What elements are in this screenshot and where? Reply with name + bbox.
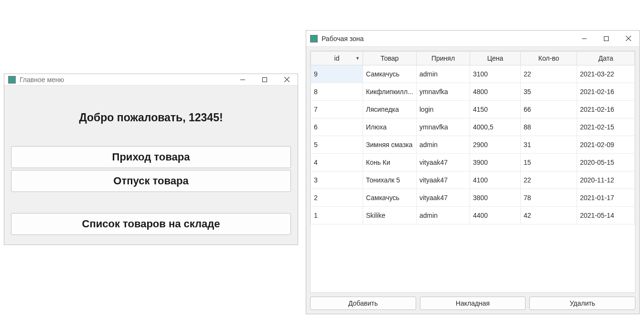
cell-item[interactable]: Тонихалк 5 <box>363 171 417 189</box>
cell-qty[interactable]: 15 <box>521 154 577 171</box>
main-menu-window-controls <box>232 74 298 85</box>
cell-date[interactable]: 2021-02-15 <box>577 118 635 136</box>
cell-accepted_by[interactable]: ymnavfka <box>417 83 470 101</box>
cell-item[interactable]: Самкачусь <box>363 65 417 83</box>
cell-qty[interactable]: 31 <box>521 136 577 154</box>
cell-qty[interactable]: 66 <box>521 101 577 118</box>
work-zone-title: Рабочая зона <box>322 35 573 43</box>
cell-item[interactable]: Зимняя смазка <box>363 136 417 154</box>
col-header-date[interactable]: Дата <box>577 52 635 65</box>
table-row[interactable]: 8Кикфлипкилл...ymnavfka4800352021-02-16 <box>311 83 635 101</box>
cell-qty[interactable]: 35 <box>521 83 577 101</box>
cell-price[interactable]: 3800 <box>470 189 521 207</box>
cell-date[interactable]: 2021-02-09 <box>577 136 635 154</box>
svg-rect-5 <box>604 36 609 41</box>
cell-accepted_by[interactable]: ymnavfka <box>417 118 470 136</box>
cell-date[interactable]: 2021-03-22 <box>577 65 635 83</box>
work-zone-body: id ▼ Товар Принял Цена Кол-во Дата 9Самк… <box>306 47 639 314</box>
cell-id[interactable]: 7 <box>311 101 363 118</box>
cell-price[interactable]: 3100 <box>470 65 521 83</box>
cell-item[interactable]: Лясипедка <box>363 101 417 118</box>
table-row[interactable]: 3Тонихалк 5vityaak474100222020-11-12 <box>311 171 635 189</box>
cell-price[interactable]: 2900 <box>470 136 521 154</box>
main-menu-body: Добро пожаловать, 12345! Приход товара О… <box>4 85 298 245</box>
table-row[interactable]: 6Илюхаymnavfka4000,5882021-02-15 <box>311 118 635 136</box>
cell-qty[interactable]: 88 <box>521 118 577 136</box>
cell-item[interactable]: Конь Ки <box>363 154 417 171</box>
cell-price[interactable]: 4400 <box>470 207 521 224</box>
cell-accepted_by[interactable]: vityaak47 <box>417 189 470 207</box>
cell-id[interactable]: 3 <box>311 171 363 189</box>
svg-rect-1 <box>263 77 267 82</box>
close-button[interactable] <box>276 74 298 85</box>
cell-id[interactable]: 2 <box>311 189 363 207</box>
sort-desc-icon: ▼ <box>355 56 360 61</box>
cell-date[interactable]: 2020-11-12 <box>577 171 635 189</box>
col-header-id-label: id <box>334 54 340 62</box>
stock-list-button[interactable]: Список товаров на складе <box>11 213 291 235</box>
cell-accepted_by[interactable]: vityaak47 <box>417 171 470 189</box>
main-menu-window: Главное меню Добро пожаловать, 12345! Пр… <box>4 74 298 245</box>
table-row[interactable]: 7Лясипедкаlogin4150662021-02-16 <box>311 101 635 118</box>
cell-date[interactable]: 2021-01-17 <box>577 189 635 207</box>
cell-accepted_by[interactable]: vityaak47 <box>417 154 470 171</box>
incoming-goods-button[interactable]: Приход товара <box>11 146 291 168</box>
cell-item[interactable]: Skilike <box>363 207 417 224</box>
cell-accepted_by[interactable]: admin <box>417 207 470 224</box>
cell-price[interactable]: 4150 <box>470 101 521 118</box>
col-header-qty[interactable]: Кол-во <box>521 52 577 65</box>
invoice-button[interactable]: Накладная <box>420 297 526 310</box>
table-row[interactable]: 1Skilikeadmin4400422021-05-14 <box>311 207 635 224</box>
table-row[interactable]: 4Конь Киvityaak473900152020-05-15 <box>311 154 635 171</box>
main-menu-titlebar[interactable]: Главное меню <box>4 74 298 85</box>
cell-qty[interactable]: 78 <box>521 189 577 207</box>
cell-accepted_by[interactable]: login <box>417 101 470 118</box>
maximize-button[interactable] <box>254 74 276 85</box>
cell-id[interactable]: 9 <box>311 65 363 83</box>
delete-button[interactable]: Удалить <box>529 297 635 310</box>
cell-item[interactable]: Кикфлипкилл... <box>363 83 417 101</box>
work-zone-bottom-bar: Добавить Накладная Удалить <box>310 297 635 310</box>
cell-price[interactable]: 4000,5 <box>470 118 521 136</box>
cell-price[interactable]: 3900 <box>470 154 521 171</box>
minimize-button[interactable] <box>573 31 595 46</box>
add-button[interactable]: Добавить <box>310 297 416 310</box>
work-zone-window-controls <box>573 31 639 46</box>
col-header-id[interactable]: id ▼ <box>311 52 363 65</box>
cell-item[interactable]: Самкачусь <box>363 189 417 207</box>
cell-item[interactable]: Илюха <box>363 118 417 136</box>
cell-date[interactable]: 2020-05-15 <box>577 154 635 171</box>
cell-accepted_by[interactable]: admin <box>417 136 470 154</box>
cell-accepted_by[interactable]: admin <box>417 65 470 83</box>
cell-date[interactable]: 2021-05-14 <box>577 207 635 224</box>
table-row[interactable]: 2Самкачусьvityaak473800782021-01-17 <box>311 189 635 207</box>
cell-id[interactable]: 6 <box>311 118 363 136</box>
cell-id[interactable]: 1 <box>311 207 363 224</box>
app-icon <box>310 35 318 43</box>
table-header-row: id ▼ Товар Принял Цена Кол-во Дата <box>311 52 635 65</box>
cell-price[interactable]: 4100 <box>470 171 521 189</box>
col-header-accepted-by[interactable]: Принял <box>417 52 470 65</box>
cell-price[interactable]: 4800 <box>470 83 521 101</box>
col-header-price[interactable]: Цена <box>470 52 521 65</box>
cell-id[interactable]: 4 <box>311 154 363 171</box>
cell-date[interactable]: 2021-02-16 <box>577 101 635 118</box>
close-button[interactable] <box>617 31 639 46</box>
app-icon <box>8 76 16 84</box>
cell-date[interactable]: 2021-02-16 <box>577 83 635 101</box>
maximize-button[interactable] <box>595 31 617 46</box>
cell-qty[interactable]: 42 <box>521 207 577 224</box>
minimize-button[interactable] <box>232 74 254 85</box>
cell-id[interactable]: 5 <box>311 136 363 154</box>
table-row[interactable]: 5Зимняя смазкаadmin2900312021-02-09 <box>311 136 635 154</box>
cell-id[interactable]: 8 <box>311 83 363 101</box>
outgoing-goods-button[interactable]: Отпуск товара <box>11 170 291 192</box>
main-menu-title: Главное меню <box>20 76 232 84</box>
welcome-label: Добро пожаловать, 12345! <box>11 111 291 124</box>
cell-qty[interactable]: 22 <box>521 65 577 83</box>
table-row[interactable]: 9Самкачусьadmin3100222021-03-22 <box>311 65 635 83</box>
col-header-item[interactable]: Товар <box>363 52 417 65</box>
cell-qty[interactable]: 22 <box>521 171 577 189</box>
work-zone-titlebar[interactable]: Рабочая зона <box>306 31 639 47</box>
data-grid[interactable]: id ▼ Товар Принял Цена Кол-во Дата 9Самк… <box>310 51 635 293</box>
